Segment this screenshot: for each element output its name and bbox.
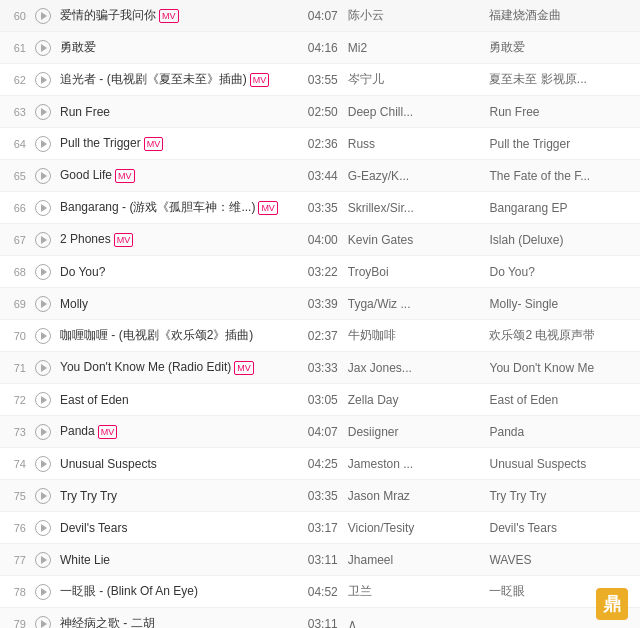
track-album[interactable]: Islah (Deluxe) [483, 233, 636, 247]
track-artist[interactable]: Jason Mraz [342, 489, 484, 503]
track-number: 72 [4, 394, 32, 406]
play-button[interactable] [35, 104, 51, 120]
mv-badge[interactable]: MV [144, 137, 164, 151]
track-title[interactable]: Unusual Suspects [54, 457, 304, 471]
mv-badge[interactable]: MV [250, 73, 270, 87]
track-album[interactable]: Do You? [483, 265, 636, 279]
track-duration: 03:35 [304, 201, 342, 215]
play-button[interactable] [35, 552, 51, 568]
track-title[interactable]: 勇敢爱 [54, 39, 304, 56]
track-artist[interactable]: 牛奶咖啡 [342, 327, 484, 344]
track-artist[interactable]: Kevin Gates [342, 233, 484, 247]
track-title[interactable]: 一眨眼 - (Blink Of An Eye) [54, 583, 304, 600]
play-button[interactable] [35, 40, 51, 56]
play-button[interactable] [35, 296, 51, 312]
play-button-col [32, 424, 54, 440]
track-title[interactable]: Run Free [54, 105, 304, 119]
track-artist[interactable]: Vicion/Tesity [342, 521, 484, 535]
track-title[interactable]: Devil's Tears [54, 521, 304, 535]
track-album[interactable]: Run Free [483, 105, 636, 119]
track-album[interactable]: 夏至未至 影视原... [483, 71, 636, 88]
track-title[interactable]: 2 PhonesMV [54, 232, 304, 247]
track-number: 62 [4, 74, 32, 86]
track-artist[interactable]: Jax Jones... [342, 361, 484, 375]
track-artist[interactable]: ∧ [342, 617, 484, 629]
track-number: 77 [4, 554, 32, 566]
play-button[interactable] [35, 488, 51, 504]
track-album[interactable]: Bangarang EP [483, 201, 636, 215]
track-row: 65Good LifeMV03:44G-Eazy/K...The Fate of… [0, 160, 640, 192]
track-artist[interactable]: 岑宁儿 [342, 71, 484, 88]
track-title[interactable]: East of Eden [54, 393, 304, 407]
track-artist[interactable]: Russ [342, 137, 484, 151]
track-album[interactable]: 福建烧酒金曲 [483, 7, 636, 24]
track-title[interactable]: 神经病之歌 - 二胡 [54, 615, 304, 628]
mv-badge[interactable]: MV [115, 169, 135, 183]
track-row: 69Molly03:39Tyga/Wiz ...Molly- Single [0, 288, 640, 320]
play-button[interactable] [35, 584, 51, 600]
track-duration: 03:44 [304, 169, 342, 183]
track-artist[interactable]: Jameston ... [342, 457, 484, 471]
play-button[interactable] [35, 520, 51, 536]
track-artist[interactable]: Desiigner [342, 425, 484, 439]
track-artist[interactable]: Tyga/Wiz ... [342, 297, 484, 311]
track-title[interactable]: Try Try Try [54, 489, 304, 503]
track-album[interactable]: The Fate of the F... [483, 169, 636, 183]
track-album[interactable]: WAVES [483, 553, 636, 567]
track-album[interactable]: East of Eden [483, 393, 636, 407]
track-album[interactable]: Pull the Trigger [483, 137, 636, 151]
track-album[interactable]: Try Try Try [483, 489, 636, 503]
track-album[interactable]: 欢乐颂2 电视原声带 [483, 327, 636, 344]
track-artist[interactable]: 陈小云 [342, 7, 484, 24]
track-title[interactable]: Pull the TriggerMV [54, 136, 304, 151]
track-album[interactable]: Devil's Tears [483, 521, 636, 535]
track-duration: 04:16 [304, 41, 342, 55]
track-title[interactable]: White Lie [54, 553, 304, 567]
track-artist[interactable]: Jhameel [342, 553, 484, 567]
play-button-col [32, 8, 54, 24]
mv-badge[interactable]: MV [98, 425, 118, 439]
play-button[interactable] [35, 8, 51, 24]
track-artist[interactable]: Skrillex/Sir... [342, 201, 484, 215]
track-album[interactable]: 勇敢爱 [483, 39, 636, 56]
play-button[interactable] [35, 360, 51, 376]
mv-badge[interactable]: MV [114, 233, 134, 247]
track-album[interactable]: Unusual Suspects [483, 457, 636, 471]
play-button[interactable] [35, 456, 51, 472]
track-artist[interactable]: Zella Day [342, 393, 484, 407]
play-button-col [32, 168, 54, 184]
track-title[interactable]: PandaMV [54, 424, 304, 439]
track-artist[interactable]: Deep Chill... [342, 105, 484, 119]
track-title[interactable]: Bangarang - (游戏《孤胆车神：维...)MV [54, 199, 304, 216]
play-button[interactable] [35, 616, 51, 629]
track-title[interactable]: Molly [54, 297, 304, 311]
track-title[interactable]: 爱情的骗子我问你MV [54, 7, 304, 24]
mv-badge[interactable]: MV [234, 361, 254, 375]
play-button[interactable] [35, 72, 51, 88]
track-artist[interactable]: 卫兰 [342, 583, 484, 600]
track-artist[interactable]: Mi2 [342, 41, 484, 55]
play-button[interactable] [35, 328, 51, 344]
track-album[interactable]: You Don't Know Me [483, 361, 636, 375]
play-button[interactable] [35, 392, 51, 408]
play-button[interactable] [35, 136, 51, 152]
track-album[interactable]: Molly- Single [483, 297, 636, 311]
play-button-col [32, 488, 54, 504]
track-row: 75Try Try Try03:35Jason MrazTry Try Try [0, 480, 640, 512]
play-button[interactable] [35, 264, 51, 280]
track-title[interactable]: 咖喱咖喱 - (电视剧《欢乐颂2》插曲) [54, 327, 304, 344]
track-duration: 03:22 [304, 265, 342, 279]
mv-badge[interactable]: MV [258, 201, 278, 215]
track-title[interactable]: Good LifeMV [54, 168, 304, 183]
play-button[interactable] [35, 200, 51, 216]
track-title[interactable]: Do You? [54, 265, 304, 279]
track-title[interactable]: You Don't Know Me (Radio Edit)MV [54, 360, 304, 375]
track-title[interactable]: 追光者 - (电视剧《夏至未至》插曲)MV [54, 71, 304, 88]
play-button[interactable] [35, 168, 51, 184]
track-album[interactable]: Panda [483, 425, 636, 439]
play-button[interactable] [35, 424, 51, 440]
track-artist[interactable]: TroyBoi [342, 265, 484, 279]
play-button[interactable] [35, 232, 51, 248]
track-artist[interactable]: G-Eazy/K... [342, 169, 484, 183]
mv-badge[interactable]: MV [159, 9, 179, 23]
